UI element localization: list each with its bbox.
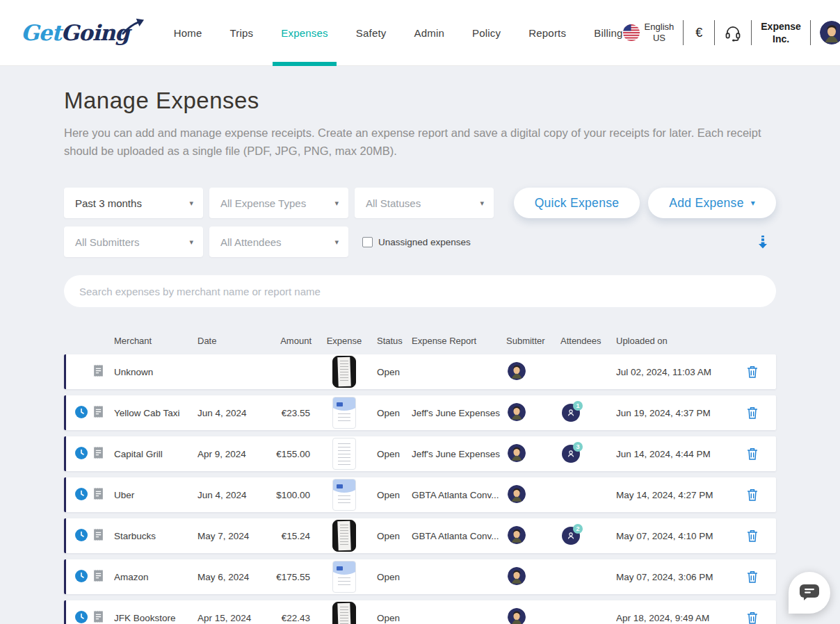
filter-statuses-value: All Statuses — [366, 197, 421, 209]
expense-thumbnail[interactable] — [332, 479, 356, 511]
header-utilities: English US € Expense Inc. — [623, 20, 840, 45]
col-amount: Amount — [267, 336, 312, 346]
main-nav: HomeTripsExpensesSafetyAdminPolicyReport… — [174, 0, 623, 66]
expense-thumbnail[interactable] — [332, 520, 356, 552]
status-cell: Open — [377, 449, 412, 459]
receipt-icon — [93, 528, 104, 541]
filter-date-range[interactable]: Past 3 months ▾ — [64, 188, 203, 218]
language-label-line2: US — [645, 33, 675, 44]
filter-submitters[interactable]: All Submitters ▾ — [64, 227, 203, 257]
uploaded-cell: May 07, 2024, 3:06 PM — [616, 572, 734, 582]
expense-thumbnail[interactable] — [332, 602, 356, 624]
filter-statuses[interactable]: All Statuses ▾ — [355, 188, 494, 218]
submitter-avatar — [508, 567, 526, 585]
expense-thumbnail[interactable] — [332, 561, 356, 593]
divider — [714, 20, 715, 45]
language-label-line1: English — [645, 22, 675, 33]
uploaded-cell: May 14, 2024, 4:27 PM — [616, 490, 734, 500]
user-avatar[interactable] — [820, 21, 840, 44]
nav-item-label: Admin — [414, 27, 445, 39]
filters-row-1: Past 3 months ▾ All Expense Types ▾ All … — [64, 188, 776, 218]
trash-icon[interactable] — [747, 366, 758, 378]
expense-thumbnail[interactable] — [332, 438, 356, 470]
amount-cell: €22.43 — [267, 613, 312, 623]
filter-expense-types[interactable]: All Expense Types ▾ — [209, 188, 348, 218]
merchant-cell: Amazon — [114, 572, 197, 582]
page-title: Manage Expenses — [64, 88, 776, 114]
nav-item-billing[interactable]: Billing — [594, 0, 622, 66]
nav-item-safety[interactable]: Safety — [356, 0, 387, 66]
divider — [810, 20, 811, 45]
add-expense-button[interactable]: Add Expense▾ — [648, 188, 776, 218]
amount-cell: $100.00 — [267, 490, 312, 500]
status-cell: Open — [377, 408, 412, 418]
nav-item-label: Expenses — [281, 27, 328, 39]
table-header: Merchant Date Amount Expense Status Expe… — [64, 328, 776, 353]
trash-icon[interactable] — [747, 488, 758, 501]
submitter-avatar — [508, 526, 526, 544]
nav-item-home[interactable]: Home — [174, 0, 202, 66]
col-date: Date — [197, 336, 267, 346]
download-icon — [758, 236, 768, 249]
uploaded-cell: Jul 02, 2024, 11:03 AM — [616, 367, 734, 377]
unassigned-expenses-label: Unassigned expenses — [378, 237, 471, 247]
nav-item-policy[interactable]: Policy — [472, 0, 501, 66]
attendees-icon: 3 — [562, 445, 580, 463]
clock-icon — [75, 488, 88, 500]
brand-logo-going: Going — [61, 20, 129, 45]
brand-logo[interactable]: GetGoing — [21, 20, 145, 45]
report-cell: Jeff's June Expenses — [412, 449, 506, 459]
receipt-icon — [93, 364, 104, 377]
col-submitter: Submitter — [506, 336, 560, 346]
expense-row[interactable]: JFK Bookstore Apr 15, 2024 €22.43 Open A… — [64, 600, 776, 624]
amount-cell: €23.55 — [267, 408, 312, 418]
date-cell: Jun 4, 2024 — [197, 408, 267, 418]
col-uploaded-on: Uploaded on — [616, 336, 734, 346]
divider — [683, 20, 684, 45]
report-cell: Jeff's June Expenses — [412, 408, 506, 418]
col-status: Status — [377, 336, 412, 346]
expense-row[interactable]: Unknown Open Jul 02, 2024, 11:03 AM — [64, 354, 776, 389]
chevron-down-icon: ▾ — [189, 238, 193, 246]
clock-icon — [75, 447, 88, 459]
nav-item-reports[interactable]: Reports — [528, 0, 566, 66]
chevron-down-icon: ▾ — [480, 199, 484, 207]
download-expenses-button[interactable] — [758, 236, 768, 249]
expense-thumbnail[interactable] — [332, 356, 356, 388]
nav-item-label: Policy — [472, 27, 501, 39]
expense-thumbnail[interactable] — [332, 397, 356, 429]
nav-item-admin[interactable]: Admin — [414, 0, 445, 66]
trash-icon[interactable] — [747, 570, 758, 583]
receipt-icon — [93, 446, 104, 459]
trash-icon[interactable] — [747, 407, 758, 419]
nav-item-trips[interactable]: Trips — [230, 0, 254, 66]
filters-row-2: All Submitters ▾ All Attendees ▾ Unassig… — [64, 227, 776, 257]
submitter-avatar — [508, 485, 526, 503]
filter-attendees[interactable]: All Attendees ▾ — [209, 227, 348, 257]
expense-row[interactable]: Amazon May 6, 2024 €175.55 Open May 07, … — [64, 559, 776, 594]
expense-row[interactable]: Yellow Cab Taxi Jun 4, 2024 €23.55 Open … — [64, 395, 776, 430]
language-selector[interactable]: English US — [623, 22, 675, 44]
chat-launcher[interactable] — [789, 572, 830, 614]
report-cell: GBTA Atlanta Conv... — [412, 490, 506, 500]
quick-expense-button[interactable]: Quick Expense — [514, 188, 640, 218]
amount-cell: €15.24 — [267, 531, 312, 541]
expense-row[interactable]: Starbucks May 7, 2024 €15.24 Open GBTA A… — [64, 518, 776, 553]
company-switcher[interactable]: Expense Inc. — [761, 20, 801, 45]
trash-icon[interactable] — [747, 611, 758, 624]
expense-row[interactable]: Capital Grill Apr 9, 2024 €155.00 Open J… — [64, 436, 776, 471]
trash-icon[interactable] — [747, 529, 758, 542]
currency-selector[interactable]: € — [693, 26, 705, 40]
expense-row[interactable]: Uber Jun 4, 2024 $100.00 Open GBTA Atlan… — [64, 477, 776, 512]
chat-icon — [800, 584, 819, 601]
unassigned-expenses-checkbox[interactable]: Unassigned expenses — [362, 237, 471, 247]
trash-icon[interactable] — [747, 448, 758, 460]
clock-icon — [75, 570, 88, 582]
support-button[interactable] — [724, 24, 742, 42]
attendee-count-badge: 1 — [573, 401, 583, 411]
brand-logo-get: Get — [21, 20, 61, 45]
nav-item-expenses[interactable]: Expenses — [281, 0, 328, 66]
merchant-cell: Starbucks — [114, 531, 197, 541]
date-cell: Apr 9, 2024 — [197, 449, 267, 459]
search-input[interactable] — [64, 275, 776, 307]
